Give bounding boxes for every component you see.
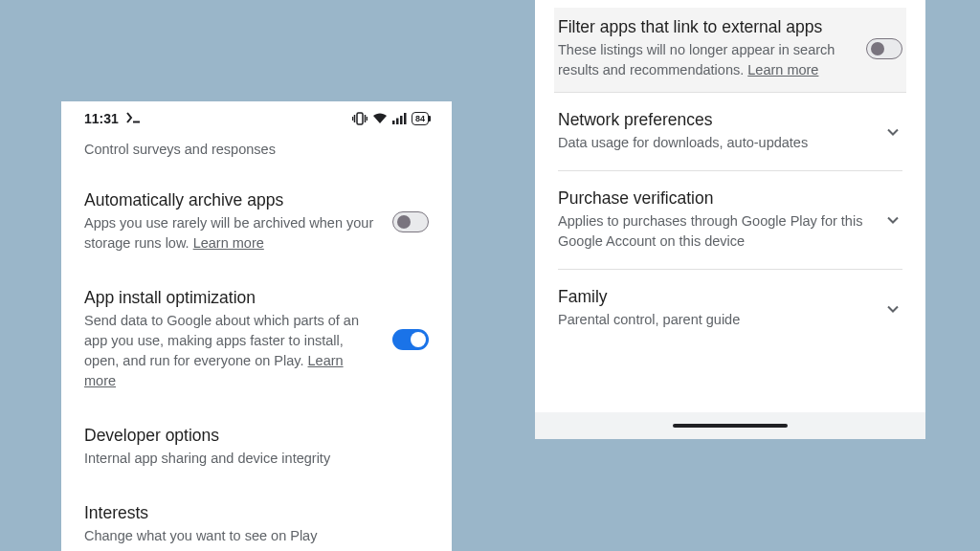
vibrate-icon bbox=[352, 112, 368, 125]
signal-icon bbox=[392, 113, 407, 124]
setting-subtitle: Control surveys and responses bbox=[84, 140, 429, 160]
setting-subtitle: These listings will no longer appear in … bbox=[558, 40, 851, 80]
setting-row-partial[interactable]: Control surveys and responses bbox=[84, 134, 429, 173]
battery-pct: 84 bbox=[415, 114, 425, 123]
setting-subtitle: Parental control, parent guide bbox=[558, 310, 868, 330]
svg-rect-7 bbox=[396, 119, 399, 125]
setting-row-interests[interactable]: Interests Change what you want to see on… bbox=[84, 486, 429, 551]
terminal-icon bbox=[126, 111, 142, 126]
setting-row-developer-options[interactable]: Developer options Internal app sharing a… bbox=[84, 408, 429, 486]
learn-more-link[interactable]: Learn more bbox=[193, 235, 264, 251]
svg-rect-1 bbox=[357, 113, 363, 124]
status-bar: 11:31 84 bbox=[61, 101, 452, 134]
setting-row-filter-external-apps[interactable]: Filter apps that link to external apps T… bbox=[554, 8, 906, 93]
setting-title: Interests bbox=[84, 503, 429, 523]
setting-subtitle: Internal app sharing and device integrit… bbox=[84, 449, 429, 469]
setting-subtitle: Data usage for downloads, auto-updates bbox=[558, 133, 868, 153]
svg-rect-6 bbox=[392, 121, 395, 124]
chevron-down-icon bbox=[883, 210, 902, 230]
setting-subtitle: Applies to purchases through Google Play… bbox=[558, 211, 868, 252]
phone-screenshot-right: Filter apps that link to external apps T… bbox=[535, 0, 925, 439]
setting-row-family[interactable]: Family Parental control, parent guide bbox=[558, 270, 902, 347]
phone-screenshot-left: 11:31 84 Control surveys and responses bbox=[61, 101, 452, 551]
setting-title: Network preferences bbox=[558, 110, 868, 130]
setting-title: Automatically archive apps bbox=[84, 190, 377, 210]
toggle-install-optimization[interactable] bbox=[392, 329, 429, 350]
setting-subtitle: Change what you want to see on Play bbox=[84, 526, 429, 546]
chevron-down-icon bbox=[883, 122, 902, 142]
setting-title: Developer options bbox=[84, 426, 429, 446]
battery-icon: 84 bbox=[412, 112, 429, 125]
setting-title: Purchase verification bbox=[558, 188, 868, 209]
toggle-filter-external-apps[interactable] bbox=[866, 38, 902, 59]
setting-subtitle: Apps you use rarely will be archived whe… bbox=[84, 213, 377, 253]
setting-row-purchase-verification[interactable]: Purchase verification Applies to purchas… bbox=[558, 171, 902, 270]
learn-more-link[interactable]: Learn more bbox=[747, 62, 818, 77]
chevron-down-icon bbox=[883, 299, 902, 319]
setting-title: Family bbox=[558, 287, 868, 307]
svg-rect-8 bbox=[400, 116, 403, 124]
svg-rect-9 bbox=[404, 113, 407, 124]
setting-title: App install optimization bbox=[84, 288, 377, 308]
wifi-icon bbox=[372, 113, 388, 124]
setting-row-auto-archive[interactable]: Automatically archive apps Apps you use … bbox=[84, 173, 429, 271]
setting-row-network-preferences[interactable]: Network preferences Data usage for downl… bbox=[558, 93, 902, 171]
setting-row-install-optimization[interactable]: App install optimization Send data to Go… bbox=[84, 271, 429, 408]
status-time: 11:31 bbox=[84, 111, 119, 126]
setting-title: Filter apps that link to external apps bbox=[558, 17, 851, 37]
setting-subtitle: Send data to Google about which parts of… bbox=[84, 311, 377, 391]
toggle-auto-archive[interactable] bbox=[392, 211, 429, 232]
nav-pill-icon[interactable] bbox=[673, 424, 788, 428]
gesture-nav-bar bbox=[535, 412, 925, 439]
